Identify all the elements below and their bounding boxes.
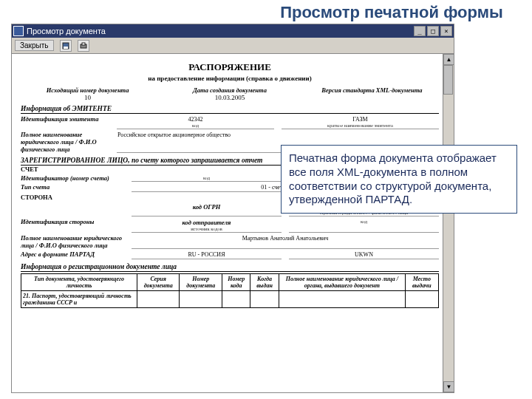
unknown-value: UKWN	[289, 250, 439, 259]
table-row: 21. Паспорт, удостоверяющий личность гра…	[21, 291, 439, 308]
full2-label: Полное наименование юридического лица / …	[21, 234, 124, 249]
vertical-scrollbar[interactable]: ▲ ▼	[443, 54, 454, 392]
addr-label: Адрес в формате ПАРТАД	[21, 250, 124, 259]
side-id-label: Идентификация стороны	[21, 218, 124, 233]
issuer-short-name: ГАЗM	[352, 116, 367, 123]
account-type-label: Тип счета	[21, 183, 124, 192]
date-label: Дата создания документа	[163, 86, 296, 94]
toolbar: Закрыть	[12, 38, 454, 54]
th-code: Номер кода	[222, 274, 250, 291]
annotation-callout: Печатная форма документа отображает все …	[281, 145, 517, 214]
maximize-button[interactable]: □	[427, 26, 439, 36]
print-icon[interactable]	[78, 40, 89, 52]
section-issuer: Информация об ЭМИТЕНТЕ	[21, 105, 439, 114]
th-number: Номер документа	[180, 274, 222, 291]
document-area: РАСПОРЯЖЕНИЕ на предоставление информаци…	[12, 54, 454, 392]
th-doctype: Тип документа, удостоверяющего личность	[21, 274, 137, 291]
scroll-down-icon[interactable]: ▼	[443, 381, 454, 392]
save-icon[interactable]	[60, 40, 72, 52]
doc-heading: РАСПОРЯЖЕНИЕ	[21, 61, 439, 73]
scroll-up-icon[interactable]: ▲	[443, 54, 454, 65]
xml-version-label: Версия стандарта XML-документа	[305, 86, 439, 94]
th-place: Место выдачи	[405, 274, 438, 291]
sender-code-tiny: источник кодов	[132, 226, 281, 231]
window-title: Просмотр документа	[27, 27, 106, 35]
issuer-ident-label: Идентификация эмитента	[21, 115, 109, 129]
minimize-button[interactable]: _	[414, 26, 426, 36]
account-id-label: Идентификатор (номер счета)	[21, 174, 124, 182]
ogrn-label: код ОГРН	[193, 203, 221, 211]
svg-rect-1	[64, 47, 68, 49]
row1-doctype: 21. Паспорт, удостоверяющий личность гра…	[21, 291, 137, 308]
doc-subheading: на предоставление информации (справка о …	[21, 75, 439, 82]
full-name-label: Полное наименование юридического лица / …	[21, 131, 109, 153]
th-when: Когда выдан	[250, 274, 279, 291]
issuer-code-tiny: код	[117, 123, 273, 128]
svg-rect-3	[82, 43, 85, 45]
close-button[interactable]: Закрыть	[15, 40, 54, 51]
side-id-cell2: код	[289, 218, 439, 233]
th-issuer: Полное наименование юридического лица / …	[279, 274, 405, 291]
app-icon	[13, 26, 24, 36]
issuer-name-tiny: краткое наименование эмитента	[282, 123, 438, 128]
titlebar: Просмотр документа _ □ ×	[12, 24, 454, 38]
out-number-value: 10	[21, 94, 154, 101]
country-value: RU - РОССИЯ	[132, 250, 282, 259]
date-value: 10.03.2005	[163, 94, 296, 101]
issuer-code: 42342	[188, 116, 203, 123]
out-number-label: Исходящий номер документа	[21, 86, 154, 94]
close-window-button[interactable]: ×	[440, 26, 452, 36]
person-name: Мартынов Анатолий Анатольевич	[132, 234, 439, 249]
section-regdoc: Информация о регистрационном документе л…	[21, 263, 439, 272]
scroll-thumb[interactable]	[443, 65, 453, 95]
regdoc-table: Тип документа, удостоверяющего личность …	[21, 273, 439, 308]
account-id-cell: код	[132, 174, 282, 182]
slide-title: Просмотр печатной формы	[0, 0, 532, 27]
sender-code-label: код отправителя	[183, 219, 231, 226]
th-series: Серия документа	[137, 274, 180, 291]
